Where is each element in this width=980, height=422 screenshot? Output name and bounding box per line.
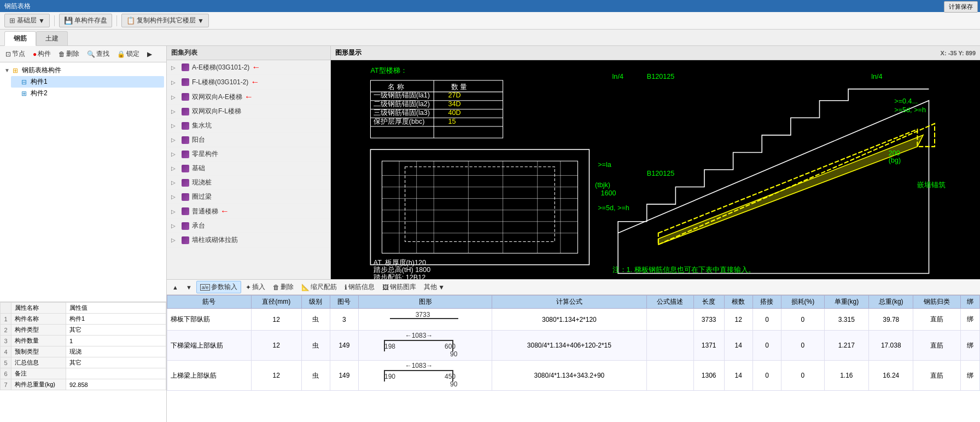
props-row-value[interactable]: 构件1 xyxy=(66,314,166,325)
more-btn[interactable]: ▶ xyxy=(144,49,155,59)
col-count: 根数 xyxy=(724,296,752,309)
atlas-arrow-icon: ▷ xyxy=(171,123,179,129)
copy-component-btn[interactable]: 📋 复制构件到其它楼层 ▼ xyxy=(121,14,209,27)
down-btn[interactable]: ▼ xyxy=(183,283,195,292)
atlas-item-label: 零星构件 xyxy=(192,149,218,159)
atlas-list-item[interactable]: ▷ 基础 xyxy=(167,161,330,176)
col-unit-weight: 单重(kg) xyxy=(824,296,868,309)
rebar-diameter: 12 xyxy=(251,309,301,331)
props-row-value[interactable]: 其它 xyxy=(66,325,166,336)
props-header-name: 属性名称 xyxy=(11,303,66,314)
save-icon: 💾 xyxy=(64,16,73,25)
atlas-list-item[interactable]: ▷ 零星构件 xyxy=(167,147,330,161)
diagram-header: 图形显示 X: -35 Y: 899 计算保存 xyxy=(331,46,980,60)
rebar-bind: 绑 xyxy=(960,331,979,361)
delete-icon: 🗑 xyxy=(59,50,65,58)
rebar-name: 下梯梁端上部纵筋 xyxy=(167,331,252,361)
tree-item-component2[interactable]: ⊞ 构件2 xyxy=(11,88,164,99)
col-formula: 计算公式 xyxy=(492,296,646,309)
svg-text:>=5d, >=h: >=5d, >=h xyxy=(598,204,629,212)
delete-rebar-btn[interactable]: 🗑 删除 xyxy=(270,281,297,293)
atlas-list-item[interactable]: ▷ F-L楼梯(03G101-2) ← xyxy=(167,75,330,90)
svg-text:90: 90 xyxy=(450,350,458,357)
atlas-arrow-icon: ▷ xyxy=(171,94,179,100)
props-row-num: 4 xyxy=(1,346,11,357)
svg-text:←1083→: ←1083→ xyxy=(405,332,433,339)
col-category: 钢筋归类 xyxy=(913,296,960,309)
find-btn[interactable]: 🔍 查找 xyxy=(84,48,113,60)
atlas-list-item[interactable]: ▷ 墙柱或砌体拉筋 xyxy=(167,233,330,247)
props-row-value[interactable]: 现浇 xyxy=(66,346,166,357)
svg-text:34D: 34D xyxy=(448,100,461,108)
props-row: 6 备注 xyxy=(1,368,166,379)
red-arrow-icon: ← xyxy=(252,62,260,72)
rebar-desc xyxy=(646,309,693,331)
component-btn[interactable]: ● 构件 xyxy=(30,48,54,60)
atlas-list-item[interactable]: ▷ 集水坑 xyxy=(167,119,330,133)
atlas-item-label: 承台 xyxy=(192,221,205,230)
col-diameter: 直径(mm) xyxy=(251,296,301,309)
atlas-list-item[interactable]: ▷ 双网双向F-L楼梯 xyxy=(167,105,330,119)
rebar-formula: 3080*1.134+2*120 xyxy=(492,309,646,331)
delete-btn[interactable]: 🗑 删除 xyxy=(55,48,83,60)
rebar-info-label: 钢筋信息 xyxy=(348,282,375,292)
atlas-list-item[interactable]: ▷ A-E楼梯(03G101-2) ← xyxy=(167,60,330,75)
rebar-table-row: 下梯梁端上部纵筋 12 虫 149 ←1083→19860090 3080/4*… xyxy=(167,331,980,361)
tab-rebar[interactable]: 钢筋 xyxy=(4,31,36,46)
title-bar: 钢筋表格 xyxy=(0,0,980,12)
insert-btn[interactable]: ✦ 插入 xyxy=(242,281,269,293)
save-diagram-btn[interactable]: 计算保存 xyxy=(944,1,978,13)
rebar-count: 14 xyxy=(724,361,752,391)
tree-item-component1[interactable]: ⊟ 构件1 xyxy=(11,76,164,88)
rebar-overlap: 0 xyxy=(752,309,781,331)
other-btn[interactable]: 其他 ▼ xyxy=(421,281,448,293)
tab-civil[interactable]: 土建 xyxy=(36,31,68,45)
rebar-library-btn[interactable]: 🖼 钢筋图库 xyxy=(379,281,419,293)
atlas-item-label: 阳台 xyxy=(192,135,205,144)
atlas-list-item[interactable]: ▷ 现浇桩 xyxy=(167,176,330,190)
atlas-item-label: 双网双向F-L楼梯 xyxy=(192,107,241,116)
up-btn[interactable]: ▲ xyxy=(169,283,182,292)
rebar-length: 3733 xyxy=(693,309,724,331)
param-input-btn[interactable]: a/e 参数输入 xyxy=(196,281,242,293)
atlas-list-item[interactable]: ▷ 承台 xyxy=(167,219,330,233)
atlas-list-item[interactable]: ▷ 阳台 xyxy=(167,133,330,147)
base-layer-btn[interactable]: ⊞ 基础层 ▼ xyxy=(4,14,50,27)
rebar-bind: 绑 xyxy=(960,309,979,331)
svg-text:450: 450 xyxy=(445,373,456,380)
rebar-shape: 3733 xyxy=(359,309,492,331)
svg-text:90: 90 xyxy=(450,380,458,387)
props-row-value[interactable] xyxy=(66,368,166,379)
svg-text:190: 190 xyxy=(384,373,395,380)
rebar-formula: 3080/4*1.134+343.2+90 xyxy=(492,361,646,391)
node-btn[interactable]: ⊡ 节点 xyxy=(2,48,28,60)
props-row-value[interactable]: 其它 xyxy=(66,357,166,368)
atlas-list-item[interactable]: ▷ 圈过梁 xyxy=(167,190,330,204)
scale-icon: 📐 xyxy=(301,284,310,291)
rebar-category: 直筋 xyxy=(913,361,960,391)
props-row-value[interactable]: 92.858 xyxy=(66,379,166,390)
rebar-toolbar: ▲ ▼ a/e 参数输入 ✦ 插入 🗑 删除 📐 缩尺配筋 xyxy=(167,280,980,295)
atlas-list[interactable]: ▷ A-E楼梯(03G101-2) ← ▷ F-L楼梯(03G101-2) ← … xyxy=(167,60,330,279)
rebar-info-btn[interactable]: ℹ 钢筋信息 xyxy=(341,281,378,293)
rebar-unit-weight: 1.16 xyxy=(824,361,868,391)
copy-icon: 📋 xyxy=(126,16,135,25)
main-toolbar: ⊞ 基础层 ▼ 💾 单构件存盘 📋 复制构件到其它楼层 ▼ xyxy=(0,12,980,30)
svg-text:嵌墙锚筑: 嵌墙锚筑 xyxy=(917,181,946,189)
atlas-header: 图集列表 xyxy=(167,46,330,60)
rebar-table-row: 上梯梁上部纵筋 12 虫 149 ←1083→19045090 3080/4*1… xyxy=(167,361,980,391)
svg-text:保护层厚度(bbc): 保护层厚度(bbc) xyxy=(374,117,425,125)
props-row-value[interactable]: 1 xyxy=(66,336,166,346)
save-component-btn[interactable]: 💾 单构件存盘 xyxy=(59,14,112,27)
component-icon: ● xyxy=(33,50,37,58)
more-icon: ▶ xyxy=(147,50,152,58)
copy-label: 复制构件到其它楼层 xyxy=(137,16,196,25)
atlas-list-item[interactable]: ▷ 双网双向A-E楼梯 ← xyxy=(167,90,330,105)
lock-btn[interactable]: 🔒 锁定 xyxy=(114,48,143,60)
tree-root[interactable]: ▼ ⊞ 钢筋表格构件 xyxy=(2,65,164,76)
atlas-item-icon xyxy=(182,122,189,130)
svg-text:←1083→: ←1083→ xyxy=(405,362,433,369)
scale-btn[interactable]: 📐 缩尺配筋 xyxy=(298,281,340,293)
rebar-table-wrap: 筋号 直径(mm) 级别 图号 图形 计算公式 公式描述 长度 根数 搭接 损耗… xyxy=(167,295,980,422)
atlas-list-item[interactable]: ▷ 普通楼梯 ← xyxy=(167,204,330,219)
